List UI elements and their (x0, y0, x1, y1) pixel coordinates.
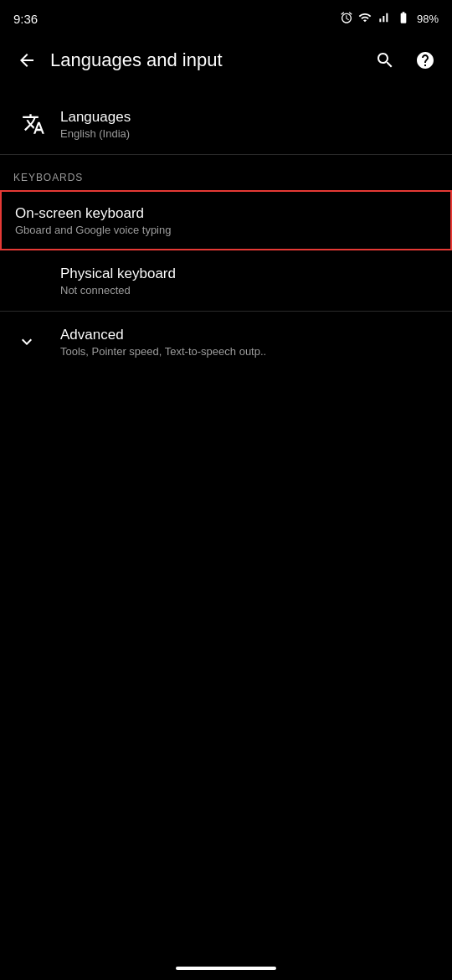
battery-percentage: 98% (417, 13, 439, 25)
translate-icon (13, 112, 54, 136)
advanced-text: Advanced Tools, Pointer speed, Text-to-s… (60, 327, 439, 358)
help-button[interactable] (408, 44, 442, 77)
app-bar: Languages and input (0, 34, 452, 87)
settings-content: Languages English (India) KEYBOARDS On-s… (0, 87, 452, 372)
advanced-item[interactable]: Advanced Tools, Pointer speed, Text-to-s… (0, 312, 452, 372)
languages-title: Languages (60, 109, 439, 126)
battery-icon (395, 11, 412, 27)
physical-keyboard-text: Physical keyboard Not connected (60, 266, 439, 297)
home-indicator (176, 967, 276, 970)
physical-keyboard-title: Physical keyboard (60, 266, 439, 282)
languages-item[interactable]: Languages English (India) (0, 94, 452, 154)
app-bar-actions (368, 44, 442, 77)
search-button[interactable] (368, 44, 402, 77)
chevron-down-icon (13, 332, 40, 352)
languages-subtitle: English (India) (60, 127, 439, 140)
status-time: 9:36 (13, 12, 38, 26)
alarm-icon (340, 11, 353, 27)
on-screen-keyboard-item[interactable]: On-screen keyboard Gboard and Google voi… (0, 190, 452, 250)
physical-keyboard-item[interactable]: Physical keyboard Not connected (0, 250, 452, 311)
advanced-title: Advanced (60, 327, 439, 343)
wifi-icon (358, 11, 372, 27)
physical-keyboard-subtitle: Not connected (60, 284, 439, 297)
on-screen-keyboard-text: On-screen keyboard Gboard and Google voi… (15, 205, 437, 236)
status-icons: 98% (340, 11, 439, 27)
signal-icon (377, 11, 390, 27)
status-bar: 9:36 98% (0, 0, 452, 34)
keyboards-section-header: KEYBOARDS (0, 155, 452, 190)
advanced-subtitle: Tools, Pointer speed, Text-to-speech out… (60, 345, 439, 358)
languages-item-text: Languages English (India) (60, 109, 439, 140)
page-title: Languages and input (50, 49, 368, 71)
back-button[interactable] (10, 44, 44, 77)
on-screen-keyboard-subtitle: Gboard and Google voice typing (15, 224, 437, 236)
on-screen-keyboard-title: On-screen keyboard (15, 205, 437, 222)
